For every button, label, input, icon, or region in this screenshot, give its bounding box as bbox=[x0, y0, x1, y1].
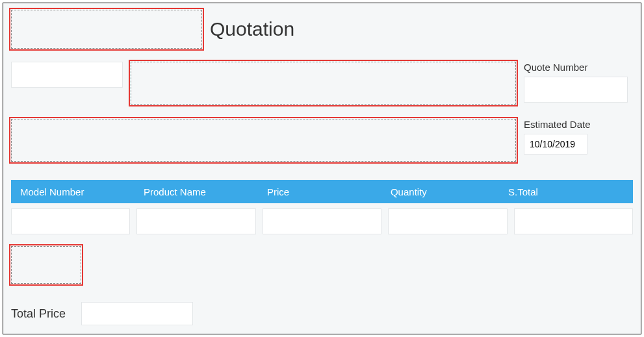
quotation-form: Quotation Quote Number Estimated Date 10… bbox=[3, 3, 641, 334]
price-input[interactable] bbox=[263, 208, 381, 234]
items-table-header: Model Number Product Name Price Quantity… bbox=[11, 180, 633, 203]
model-number-input[interactable] bbox=[11, 208, 130, 234]
logo-dropzone[interactable] bbox=[11, 10, 202, 49]
th-subtotal: S.Total bbox=[504, 186, 628, 197]
subtotal-input[interactable] bbox=[514, 208, 633, 234]
row-quote: Quote Number bbox=[11, 62, 633, 105]
header-row: Quotation bbox=[11, 10, 633, 49]
estimated-date-label: Estimated Date bbox=[524, 119, 633, 130]
estimated-date-input[interactable]: 10/10/2019 bbox=[524, 134, 587, 155]
customer-dropzone[interactable] bbox=[11, 119, 516, 162]
add-row-area bbox=[11, 246, 81, 284]
th-quantity: Quantity bbox=[387, 186, 504, 197]
th-price: Price bbox=[263, 186, 387, 197]
add-row-dropzone[interactable] bbox=[11, 246, 81, 284]
items-table-row bbox=[11, 206, 633, 237]
page-title: Quotation bbox=[210, 18, 294, 40]
estimated-date-column: Estimated Date 10/10/2019 bbox=[524, 119, 633, 155]
row-date: Estimated Date 10/10/2019 bbox=[11, 119, 633, 162]
th-product-name: Product Name bbox=[140, 186, 263, 197]
quote-number-label: Quote Number bbox=[524, 62, 633, 73]
address-dropzone[interactable] bbox=[131, 62, 516, 105]
quote-number-input[interactable] bbox=[524, 77, 628, 103]
quote-number-column: Quote Number bbox=[524, 62, 633, 103]
company-input[interactable] bbox=[11, 62, 123, 88]
th-model-number: Model Number bbox=[16, 186, 140, 197]
estimated-date-value: 10/10/2019 bbox=[530, 139, 575, 149]
total-row: Total Price bbox=[11, 302, 193, 325]
quantity-input[interactable] bbox=[388, 208, 507, 234]
total-price-input[interactable] bbox=[81, 302, 193, 325]
total-price-label: Total Price bbox=[11, 307, 66, 321]
product-name-input[interactable] bbox=[136, 208, 255, 234]
